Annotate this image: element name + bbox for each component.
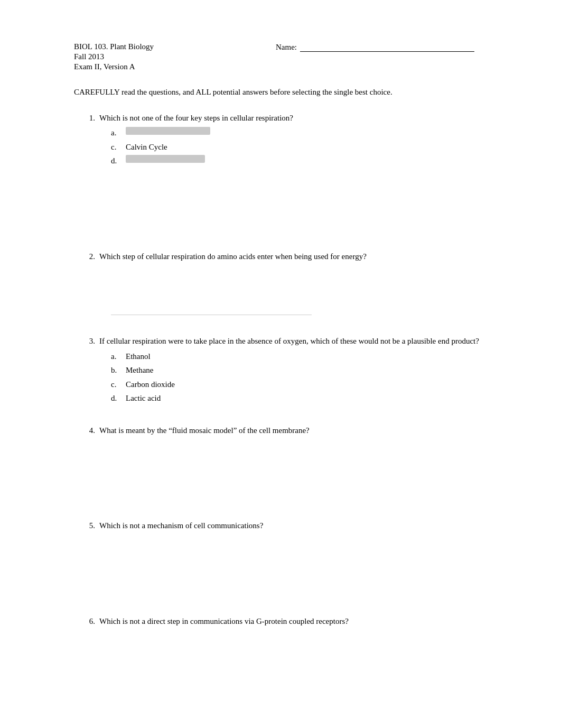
choice-3c-text: Carbon dioxide [126,379,175,391]
question-6: 6. Which is not a direct step in communi… [79,615,487,628]
header-right: Name: [276,42,487,52]
exam-page: BIOL 103. Plant Biology Fall 2013 Exam I… [0,0,561,728]
semester: Fall 2013 [74,52,154,61]
question-2-header: 2. Which step of cellular respiration do… [79,251,487,263]
question-1-number: 1. [79,112,95,124]
choice-3a-text: Ethanol [126,351,151,363]
question-2-text: Which step of cellular respiration do am… [99,251,487,263]
question-5: 5. Which is not a mechanism of cell comm… [79,520,487,595]
spacer-1-2 [79,187,487,251]
choice-3b-text: Methane [126,364,153,376]
header: BIOL 103. Plant Biology Fall 2013 Exam I… [74,42,487,71]
choice-3a: a. Ethanol [111,351,487,363]
choice-1a-redacted [126,127,210,135]
header-left: BIOL 103. Plant Biology Fall 2013 Exam I… [74,42,154,71]
choice-1c-label: c. [111,141,121,153]
question-4: 4. What is meant by the “fluid mosaic mo… [79,425,487,500]
name-line: Name: [276,42,474,52]
name-underline-field [300,42,474,52]
instructions: CAREFULLY read the questions, and ALL po… [74,86,487,98]
question-4-header: 4. What is meant by the “fluid mosaic mo… [79,425,487,437]
question-3-choices: a. Ethanol b. Methane c. Carbon dioxide … [111,351,487,404]
question-3-header: 3. If cellular respiration were to take … [79,335,487,347]
question-1: 1. Which is not one of the four key step… [79,112,487,167]
question-3-number: 3. [79,335,95,347]
question-5-number: 5. [79,520,95,532]
questions-list: 1. Which is not one of the four key step… [79,112,487,628]
choice-1a: a. [111,127,487,139]
question-5-text: Which is not a mechanism of cell communi… [99,520,487,532]
question-1-header: 1. Which is not one of the four key step… [79,112,487,124]
question-5-header: 5. Which is not a mechanism of cell comm… [79,520,487,532]
question-2-answer-line [111,305,312,315]
choice-1d: d. [111,155,487,167]
question-1-text: Which is not one of the four key steps i… [99,112,487,124]
question-2: 2. Which step of cellular respiration do… [79,251,487,316]
choice-3b: b. Methane [111,364,487,376]
name-label: Name: [276,43,297,52]
choice-3d: d. Lactic acid [111,392,487,404]
exam-info: Exam II, Version A [74,62,154,71]
question-6-text: Which is not a direct step in communicat… [99,615,487,628]
question-4-space [79,436,487,500]
course-title: BIOL 103. Plant Biology [74,42,154,51]
choice-1c-text: Calvin Cycle [126,141,167,153]
choice-1c: c. Calvin Cycle [111,141,487,153]
choice-1d-redacted [126,155,205,163]
choice-3b-label: b. [111,364,121,376]
question-4-text: What is meant by the “fluid mosaic model… [99,425,487,437]
question-4-number: 4. [79,425,95,437]
question-1-choices: a. c. Calvin Cycle d. [111,127,487,167]
choice-3d-label: d. [111,392,121,404]
choice-3c-label: c. [111,379,121,391]
question-6-header: 6. Which is not a direct step in communi… [79,615,487,628]
question-2-number: 2. [79,251,95,263]
question-3: 3. If cellular respiration were to take … [79,335,487,404]
choice-1d-label: d. [111,155,121,167]
choice-3c: c. Carbon dioxide [111,379,487,391]
choice-3d-text: Lactic acid [126,392,161,404]
choice-3a-label: a. [111,351,121,363]
question-5-space [79,532,487,595]
choice-1a-label: a. [111,127,121,139]
question-3-text: If cellular respiration were to take pla… [99,335,487,347]
question-6-number: 6. [79,615,95,628]
